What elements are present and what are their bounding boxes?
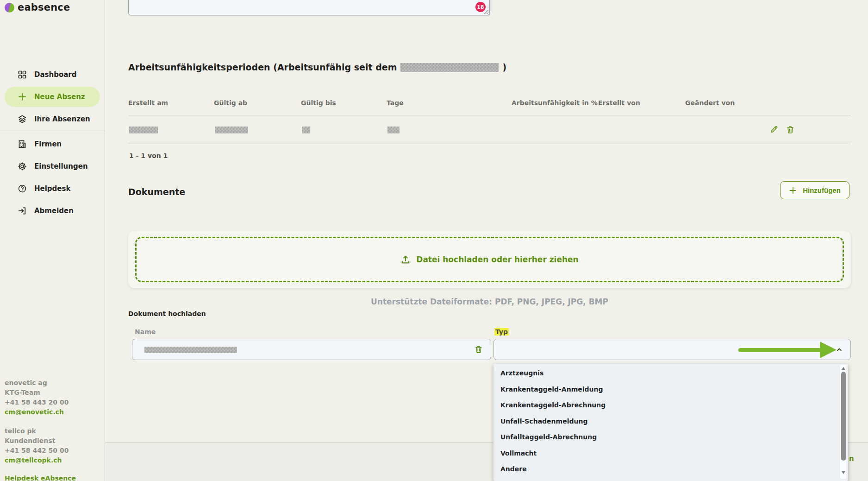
type-dropdown-menu: Arztzeugnis Krankentaggeld-Anmeldung Kra… <box>493 364 848 481</box>
contact-block: tellco pk Kundendienst +41 58 442 50 00 … <box>5 426 76 465</box>
sidebar-nav-item-label: Helpdesk <box>34 184 70 193</box>
sidebar-nav-item[interactable]: Firmen <box>5 134 100 154</box>
dashboard-grid-icon <box>18 70 27 79</box>
redacted-document-name <box>144 347 237 353</box>
redacted-cell-prozent <box>387 127 400 133</box>
annotation-arrow <box>738 348 823 352</box>
add-document-button-label: Hinzufügen <box>803 186 841 194</box>
sidebar-nav-item-label: Abmelden <box>34 207 74 215</box>
column-header: Erstellt am <box>128 99 168 107</box>
contact-team: KTG-Team <box>5 388 76 398</box>
type-dropdown-option[interactable]: Krankentaggeld-Abrechnung <box>493 397 848 413</box>
contact-phone: +41 58 443 20 00 <box>5 398 76 407</box>
annotation-arrow-head <box>820 342 837 358</box>
column-header: Arbeitsunfähigkeit in % <box>512 99 598 107</box>
dropdown-scrollbar[interactable] <box>840 365 846 479</box>
eabsence-app: eabsence Dashboard Neue Absenz Ihre Abse… <box>0 0 868 481</box>
hidden-button-text-sliver: n <box>849 455 854 463</box>
periods-table: Gültig ab Gültig bis Tage Arbeitsunfähig… <box>128 93 851 144</box>
pagination-info: 1 - 1 von 1 <box>129 152 168 159</box>
add-document-button[interactable]: Hinzufügen <box>780 181 849 199</box>
table-row <box>128 115 851 144</box>
building-icon <box>18 139 27 149</box>
contact-block: enovetic ag KTG-Team +41 58 443 20 00 cm… <box>5 378 76 417</box>
redacted-date <box>400 63 499 72</box>
layers-icon <box>18 114 27 124</box>
column-header: Tage <box>387 99 404 107</box>
sidebar-nav: Dashboard Neue Absenz Ihre Absenzen Firm… <box>0 64 105 223</box>
upload-section-label: Dokument hochladen <box>128 310 206 317</box>
brand-name: eabsence <box>18 2 70 13</box>
type-dropdown-option[interactable]: Krankentaggeld-Anmeldung <box>493 381 848 398</box>
type-option-list: Arztzeugnis Krankentaggeld-Anmeldung Kra… <box>493 365 848 477</box>
contact-email-link[interactable]: cm@enovetic.ch <box>5 407 76 417</box>
logout-icon <box>18 206 27 215</box>
question-icon <box>18 184 27 193</box>
dropzone-label: Datei hochladen oder hierher ziehen <box>416 255 578 264</box>
upload-icon <box>400 254 411 265</box>
plus-icon <box>789 186 797 195</box>
redacted-cell-gueltig-ab <box>129 127 158 133</box>
periods-table-header: Gültig ab Gültig bis Tage Arbeitsunfähig… <box>128 93 851 115</box>
sidebar: eabsence Dashboard Neue Absenz Ihre Abse… <box>0 0 105 481</box>
sidebar-nav-item[interactable]: Helpdesk <box>5 178 100 199</box>
notes-textarea[interactable]: 18 <box>128 0 490 15</box>
sidebar-nav-item[interactable]: Neue Absenz <box>5 87 100 107</box>
periods-section-title: Arbeitsunfähigkeitsperioden (Arbeitsunfä… <box>128 62 506 72</box>
sidebar-nav-item-label: Dashboard <box>34 70 76 79</box>
sidebar-nav-item[interactable]: Abmelden <box>5 201 100 221</box>
scrollbar-up-arrow-icon[interactable] <box>842 367 845 370</box>
brand-logo: eabsence <box>5 2 70 13</box>
sidebar-nav-item-label: Firmen <box>34 140 62 148</box>
sidebar-nav-item[interactable]: Ihre Absenzen <box>5 109 100 129</box>
contact-team: Kundendienst <box>5 436 76 446</box>
periods-title-suffix: ) <box>502 62 506 72</box>
documents-section-title: Dokumente <box>128 187 185 197</box>
type-field-label: Typ <box>494 328 509 335</box>
scrollbar-down-arrow-icon[interactable] <box>842 471 845 474</box>
sidebar-nav-item[interactable]: Einstellungen <box>5 156 100 177</box>
sidebar-nav-item[interactable]: Dashboard <box>5 64 100 85</box>
main-content: 18 Arbeitsunfähigkeitsperioden (Arbeitsu… <box>105 0 868 481</box>
sidebar-footer: enovetic ag KTG-Team +41 58 443 20 00 cm… <box>5 378 76 481</box>
character-count-badge: 18 <box>475 2 486 12</box>
type-dropdown-option[interactable]: Andere <box>493 461 848 477</box>
edit-pencil-icon[interactable] <box>770 125 779 134</box>
column-header: Erstellt von <box>598 99 640 107</box>
document-name-input[interactable] <box>132 339 491 360</box>
column-header: Gültig ab <box>214 99 247 107</box>
remove-document-trash-icon[interactable] <box>474 345 483 354</box>
sidebar-nav-item-label: Ihre Absenzen <box>34 115 90 123</box>
file-dropzone[interactable]: Datei hochladen oder hierher ziehen <box>135 237 844 282</box>
gear-icon <box>18 162 27 171</box>
column-header: Geändert von <box>685 99 735 107</box>
brand-logo-icon <box>5 3 14 13</box>
contact-list: enovetic ag KTG-Team +41 58 443 20 00 cm… <box>5 378 76 465</box>
redacted-cell-tage <box>302 127 310 133</box>
redacted-cell-gueltig-bis <box>215 127 248 133</box>
column-header: Gültig bis <box>301 99 336 107</box>
type-dropdown-option[interactable]: Arztzeugnis <box>493 365 848 381</box>
type-dropdown-option[interactable]: Vollmacht <box>493 445 848 462</box>
helpdesk-eabsence-link[interactable]: Helpdesk eAbsence <box>5 475 76 481</box>
scrollbar-thumb[interactable] <box>841 372 846 461</box>
contact-phone: +41 58 442 50 00 <box>5 446 76 456</box>
delete-trash-icon[interactable] <box>786 125 795 134</box>
contact-org: tellco pk <box>5 426 76 436</box>
plus-icon <box>18 92 27 101</box>
contact-org: enovetic ag <box>5 378 76 388</box>
periods-title-prefix: Arbeitsunfähigkeitsperioden (Arbeitsunfä… <box>128 62 397 72</box>
supported-formats-text: Unterstützte Dateiformate: PDF, PNG, JPE… <box>128 297 851 306</box>
sidebar-nav-item-label: Neue Absenz <box>34 93 85 101</box>
contact-email-link[interactable]: cm@tellcopk.ch <box>5 456 76 465</box>
type-dropdown-option[interactable]: Unfalltaggeld-Abrechnung <box>493 429 848 445</box>
name-field-label: Name <box>135 328 156 335</box>
sidebar-nav-item-label: Einstellungen <box>34 162 88 171</box>
row-actions <box>770 115 795 144</box>
type-dropdown-option[interactable]: Unfall-Schadenmeldung <box>493 413 848 430</box>
upload-card: Datei hochladen oder hierher ziehen <box>128 231 851 288</box>
